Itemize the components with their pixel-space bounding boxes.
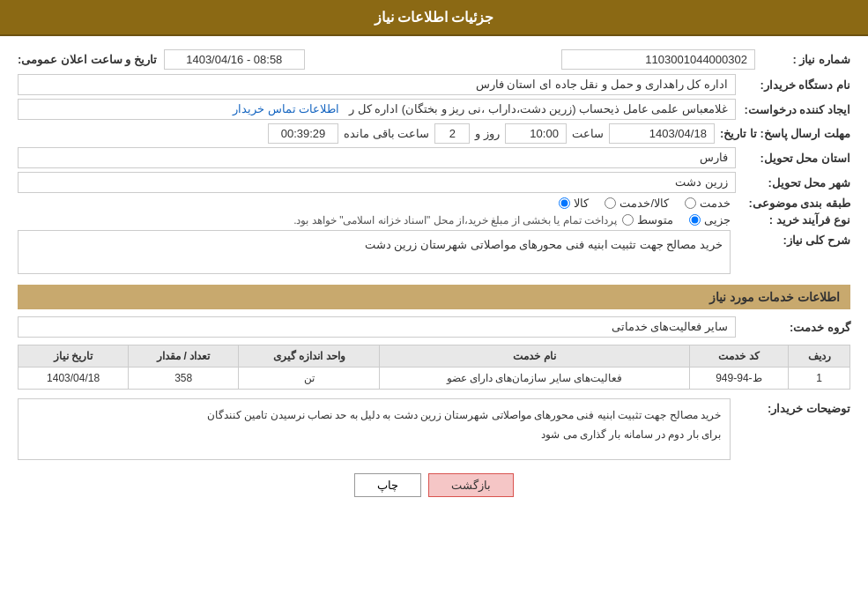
process-medium-label: متوسط [637, 213, 673, 227]
page-header: جزئیات اطلاعات نیاز [0, 0, 868, 36]
creator-text: غلامعباس علمی عامل ذیحساب (زرین دشت،دارا… [349, 102, 728, 115]
print-button[interactable]: چاپ [354, 473, 421, 497]
page-title: جزئیات اطلاعات نیاز [375, 10, 494, 25]
category-goods-label: کالا [574, 197, 589, 210]
city-label: شهر محل تحویل: [736, 176, 850, 189]
category-option-goods[interactable]: کالا [559, 197, 589, 210]
response-time-label: ساعت [572, 127, 604, 140]
buyer-notes-text: خرید مصالح جهت تثبیت ابنیه فنی محورهای م… [18, 398, 731, 460]
table-row: 1 ط-94-949 فعالیت‌های سایر سازمان‌های دا… [19, 368, 850, 390]
cell-unit: تن [239, 368, 380, 390]
need-number-label: شماره نیاز : [762, 53, 850, 66]
need-desc-row: شرح کلی نیاز: خرید مصالح جهت تثبیت ابنیه… [18, 230, 850, 274]
col-unit: واحد اندازه گیری [239, 345, 380, 368]
response-days-value: 2 [434, 123, 470, 144]
process-medium-radio[interactable] [622, 214, 634, 226]
cell-date: 1403/04/18 [19, 368, 129, 390]
response-deadline-label: مهلت ارسال پاسخ: تا تاریخ: [720, 127, 850, 140]
countdown-value: 00:39:29 [268, 123, 338, 144]
buyer-notes-row: توضیحات خریدار: خرید مصالح جهت تثبیت ابن… [18, 398, 850, 460]
back-button[interactable]: بازگشت [428, 473, 514, 497]
category-both-label: کالا/خدمت [619, 197, 669, 210]
cell-qty: 358 [129, 368, 239, 390]
service-group-value: سایر فعالیت‌های خدماتی [18, 316, 736, 338]
city-row: شهر محل تحویل: زرین دشت [18, 172, 850, 193]
category-service-label: خدمت [700, 197, 731, 210]
cell-row: 1 [789, 368, 850, 390]
city-value: زرین دشت [18, 172, 736, 193]
category-row: طبقه بندی موضوعی: خدمت کالا/خدمت کالا [18, 197, 850, 210]
cell-name: فعالیت‌های سایر سازمان‌های دارای عضو [380, 368, 689, 390]
response-date-value: 1403/04/18 [609, 123, 715, 144]
countdown-label: ساعت باقی مانده [344, 127, 429, 140]
province-value: فارس [18, 147, 736, 168]
category-service-radio[interactable] [685, 197, 696, 209]
col-row: ردیف [789, 345, 850, 368]
main-content: شماره نیاز : 1103001044000302 1403/04/16… [0, 36, 868, 519]
need-desc-value: خرید مصالح جهت تثبیت ابنیه فنی محورهای م… [18, 230, 731, 274]
buyer-org-value: اداره کل راهداری و حمل و نقل جاده ای است… [18, 74, 736, 95]
process-option-medium[interactable]: متوسط [622, 213, 673, 227]
process-label: نوع فرآیند خرید : [736, 213, 850, 227]
announce-date-label: تاریخ و ساعت اعلان عمومی: [18, 53, 157, 66]
col-date: تاریخ نیاز [19, 345, 129, 368]
process-row: نوع فرآیند خرید : جزیی متوسط پرداخت تمام… [18, 213, 850, 227]
col-qty: تعداد / مقدار [129, 345, 239, 368]
province-label: استان محل تحویل: [736, 152, 850, 165]
col-code: کد خدمت [689, 345, 789, 368]
category-option-service[interactable]: خدمت [685, 197, 731, 210]
services-section-title: اطلاعات خدمات مورد نیاز [18, 285, 850, 309]
need-desc-label: شرح کلی نیاز: [736, 230, 850, 247]
creator-link[interactable]: اطلاعات تماس خریدار [233, 102, 339, 115]
service-group-label: گروه خدمت: [736, 321, 850, 334]
col-name: نام خدمت [380, 345, 689, 368]
process-option-partial[interactable]: جزیی [689, 213, 731, 227]
buyer-org-row: نام دستگاه خریدار: اداره کل راهداری و حم… [18, 74, 850, 95]
creator-value: غلامعباس علمی عامل ذیحساب (زرین دشت،دارا… [18, 99, 736, 120]
creator-row: ایجاد کننده درخواست: غلامعباس علمی عامل … [18, 99, 850, 120]
category-radio-group: خدمت کالا/خدمت کالا [559, 197, 731, 210]
category-label: طبقه بندی موضوعی: [736, 197, 850, 210]
creator-label: ایجاد کننده درخواست: [736, 103, 850, 116]
process-partial-label: جزیی [704, 213, 731, 227]
response-deadline-row: مهلت ارسال پاسخ: تا تاریخ: 1403/04/18 سا… [18, 123, 850, 144]
announce-date-value: 1403/04/16 - 08:58 [164, 49, 305, 70]
process-partial-radio[interactable] [689, 214, 701, 226]
buyer-notes-label: توضیحات خریدار: [736, 398, 850, 415]
province-row: استان محل تحویل: فارس [18, 147, 850, 168]
need-number-value: 1103001044000302 [561, 49, 755, 70]
service-group-row: گروه خدمت: سایر فعالیت‌های خدماتی [18, 316, 850, 338]
services-table: ردیف کد خدمت نام خدمت واحد اندازه گیری ت… [18, 345, 850, 390]
page-wrapper: جزئیات اطلاعات نیاز شماره نیاز : 1103001… [0, 0, 868, 609]
response-time-value: 10:00 [505, 123, 567, 144]
process-note: پرداخت تمام یا بخشی از مبلغ خرید،از محل … [293, 214, 617, 227]
cell-code: ط-94-949 [689, 368, 789, 390]
response-days-label: روز و [475, 127, 500, 140]
top-row: شماره نیاز : 1103001044000302 1403/04/16… [18, 49, 850, 70]
category-goods-radio[interactable] [559, 197, 570, 209]
category-both-radio[interactable] [605, 197, 616, 209]
process-radio-group: جزیی متوسط [622, 213, 731, 227]
buyer-org-label: نام دستگاه خریدار: [736, 78, 850, 92]
category-option-both[interactable]: کالا/خدمت [605, 197, 669, 210]
button-row: بازگشت چاپ [18, 473, 850, 497]
